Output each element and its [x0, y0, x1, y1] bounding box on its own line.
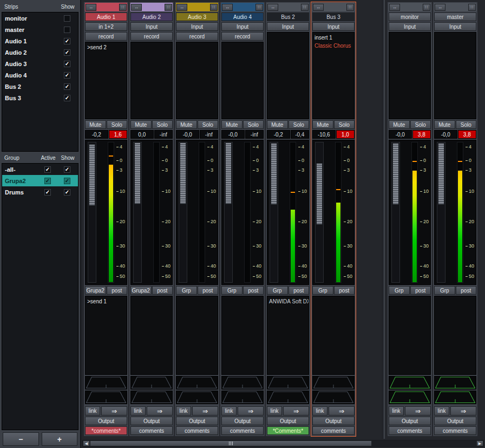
- output-button[interactable]: Output: [434, 417, 476, 425]
- gain-fader[interactable]: [437, 142, 445, 283]
- record-button[interactable]: record: [85, 32, 127, 41]
- pan-link-direction-icon[interactable]: ⇒: [101, 406, 127, 415]
- pan-link-button[interactable]: link: [176, 406, 191, 415]
- comments-button[interactable]: comments: [434, 426, 476, 435]
- gain-entry[interactable]: -10,6: [312, 130, 336, 139]
- strip-width-button[interactable]: ↔: [389, 4, 400, 11]
- gain-entry[interactable]: -0,0: [389, 130, 412, 139]
- meter-point-button[interactable]: post: [107, 286, 128, 295]
- pan-link-button[interactable]: link: [434, 406, 449, 415]
- prefader-processor-box[interactable]: [267, 32, 309, 119]
- show-checkbox[interactable]: ✓: [64, 72, 70, 79]
- mute-button[interactable]: Mute: [389, 120, 410, 129]
- panner-2[interactable]: [434, 391, 476, 404]
- output-button[interactable]: Output: [221, 417, 264, 425]
- comments-button[interactable]: comments: [221, 426, 264, 435]
- postfader-processor-box[interactable]: >send 1: [85, 296, 127, 375]
- panner-1[interactable]: [312, 376, 355, 389]
- strip-menu-button[interactable]: ∷: [165, 4, 172, 11]
- gain-entry[interactable]: -0,0: [221, 130, 245, 139]
- gain-fader[interactable]: [315, 142, 324, 283]
- postfader-processor-box[interactable]: [221, 296, 264, 375]
- postfader-processor-box[interactable]: [389, 296, 431, 375]
- record-button[interactable]: record: [176, 32, 218, 41]
- prefader-processor-box[interactable]: [389, 32, 431, 119]
- show-checkbox[interactable]: ✓: [64, 95, 70, 101]
- postfader-processor-box[interactable]: [130, 296, 173, 375]
- gain-fader[interactable]: [88, 142, 96, 283]
- strip-name-button[interactable]: Audio 3: [176, 12, 218, 21]
- solo-button[interactable]: Solo: [243, 120, 264, 129]
- strip-width-button[interactable]: ↔: [313, 4, 324, 11]
- strip-menu-button[interactable]: ∷: [119, 4, 127, 11]
- pan-link-direction-icon[interactable]: ⇒: [147, 406, 173, 415]
- gain-entry[interactable]: 0,0: [130, 130, 154, 139]
- strip-menu-button[interactable]: ∷: [423, 4, 430, 11]
- panner-1[interactable]: [130, 376, 173, 389]
- fader-handle[interactable]: [392, 143, 399, 205]
- pan-link-direction-icon[interactable]: ⇒: [238, 406, 264, 415]
- solo-button[interactable]: Solo: [456, 120, 477, 129]
- group-button[interactable]: Grp: [221, 286, 243, 295]
- processor-item[interactable]: Classic Chorus: [314, 42, 352, 50]
- scrollbar-track[interactable]: [90, 440, 476, 446]
- show-checkbox[interactable]: ✓: [64, 189, 70, 196]
- panner-1[interactable]: [434, 376, 476, 389]
- strip-visibility-row[interactable]: Bus 3✓: [2, 92, 78, 103]
- fader-handle[interactable]: [438, 143, 444, 205]
- output-button[interactable]: Output: [176, 417, 218, 425]
- input-button[interactable]: Input: [312, 22, 355, 31]
- group-button[interactable]: Grp: [312, 286, 333, 295]
- meter-point-button[interactable]: post: [152, 286, 173, 295]
- panner-2[interactable]: [85, 391, 127, 404]
- strip-width-button[interactable]: ↔: [176, 4, 187, 11]
- peak-display[interactable]: -0,4: [291, 130, 309, 139]
- mute-button[interactable]: Mute: [85, 120, 106, 129]
- strip-visibility-row[interactable]: Audio 3✓: [2, 58, 78, 69]
- strip-menu-button[interactable]: ∷: [468, 4, 476, 11]
- pan-link-direction-icon[interactable]: ⇒: [450, 406, 476, 415]
- postfader-processor-box[interactable]: [434, 296, 476, 375]
- output-button[interactable]: Output: [85, 417, 127, 425]
- mute-button[interactable]: Mute: [130, 120, 152, 129]
- meter-point-button[interactable]: post: [243, 286, 264, 295]
- meter-point-button[interactable]: post: [334, 286, 355, 295]
- scroll-left-icon[interactable]: ◀: [83, 440, 90, 446]
- solo-button[interactable]: Solo: [410, 120, 431, 129]
- show-checkbox[interactable]: ✓: [64, 166, 70, 173]
- strip-menu-button[interactable]: ∷: [210, 4, 218, 11]
- horizontal-scrollbar[interactable]: ◀ ▶: [82, 440, 484, 447]
- prefader-processor-box[interactable]: [434, 32, 476, 119]
- gain-fader[interactable]: [224, 142, 233, 283]
- strip-menu-button[interactable]: ∷: [346, 4, 354, 11]
- panner-1[interactable]: [267, 376, 309, 389]
- peak-display[interactable]: 3,8: [412, 130, 431, 139]
- gain-entry[interactable]: -0,0: [434, 130, 457, 139]
- input-button[interactable]: Input: [389, 22, 431, 31]
- pan-link-button[interactable]: link: [85, 406, 100, 415]
- strip-name-button[interactable]: Bus 3: [312, 12, 355, 21]
- strip-visibility-row[interactable]: Audio 1✓: [2, 35, 78, 47]
- group-row[interactable]: -all-✓✓: [2, 164, 78, 175]
- comments-button[interactable]: comments: [130, 426, 173, 435]
- group-button[interactable]: Grupa2: [130, 286, 152, 295]
- strip-visibility-row[interactable]: master: [2, 24, 78, 35]
- strip-visibility-row[interactable]: monitor: [2, 12, 78, 24]
- comments-button[interactable]: comments: [389, 426, 431, 435]
- meter-point-button[interactable]: post: [456, 286, 477, 295]
- panner-2[interactable]: [221, 391, 264, 404]
- processor-item[interactable]: ANWIDA Soft DX: [269, 297, 307, 306]
- panner-2[interactable]: [176, 391, 218, 404]
- peak-display[interactable]: -inf: [245, 130, 264, 139]
- pane-divider[interactable]: [382, 0, 385, 439]
- strip-name-button[interactable]: Bus 2: [267, 12, 309, 21]
- strip-width-button[interactable]: ↔: [131, 4, 142, 11]
- show-checkbox[interactable]: ✓: [64, 61, 70, 67]
- postfader-processor-box[interactable]: [312, 296, 355, 375]
- group-button[interactable]: Grp: [176, 286, 197, 295]
- scrollbar-thumb[interactable]: [90, 440, 372, 446]
- mute-button[interactable]: Mute: [176, 120, 197, 129]
- pan-link-button[interactable]: link: [389, 406, 404, 415]
- record-button[interactable]: record: [130, 32, 173, 41]
- peak-display[interactable]: 1,0: [336, 130, 355, 139]
